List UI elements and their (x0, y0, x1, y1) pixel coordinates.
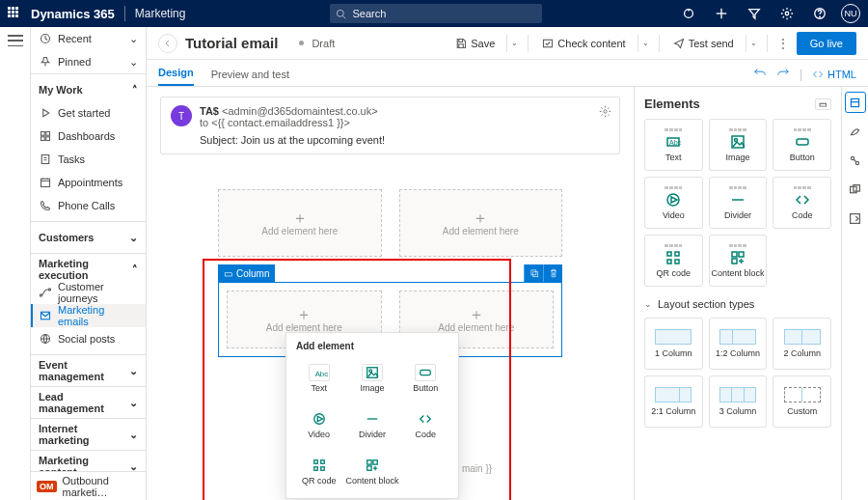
popup-item-video[interactable]: Video (292, 402, 345, 448)
to-label: to (200, 117, 208, 128)
page-title: Tutorial email (185, 35, 278, 51)
gear-icon[interactable] (599, 105, 611, 120)
check-split[interactable]: ⌄ (637, 35, 649, 52)
layout-1-2col[interactable]: 1:2 Column (709, 318, 768, 370)
add-icon[interactable] (710, 2, 733, 25)
popup-item-text[interactable]: AbcText (292, 355, 345, 402)
nav-label: Customer journeys (58, 281, 138, 304)
tab-preview[interactable]: Preview and test (211, 69, 289, 86)
filter-icon[interactable] (743, 2, 766, 25)
svg-marker-11 (43, 109, 49, 117)
svg-rect-25 (532, 272, 537, 277)
global-search-input[interactable] (350, 7, 536, 20)
toolbox-button[interactable]: Button (773, 119, 831, 171)
nav-recent[interactable]: Recent ⌄ (31, 27, 146, 50)
redo-button[interactable] (776, 66, 790, 82)
nav-section-label: Customers (39, 232, 94, 243)
save-button[interactable]: Save (451, 33, 499, 54)
nav-dashboards[interactable]: Dashboards (31, 125, 146, 148)
rail-styles[interactable] (846, 122, 865, 141)
toolbox-content-block[interactable]: Content block (709, 235, 768, 287)
popup-item-button[interactable]: Button (399, 355, 452, 402)
duplicate-button[interactable] (524, 264, 543, 282)
undo-button[interactable] (753, 66, 767, 82)
area-switcher[interactable]: OM Outbound marketi… ⇅ (31, 471, 147, 500)
hamburger-icon[interactable] (8, 35, 23, 46)
nav-phone-calls[interactable]: Phone Calls (31, 194, 146, 217)
delete-button[interactable] (543, 264, 562, 282)
nav-section-marketing-execution[interactable]: Marketing execution˄ (31, 258, 146, 281)
rail-collapse[interactable] (846, 208, 865, 228)
go-live-button[interactable]: Go live (797, 32, 856, 55)
drop-column[interactable]: ＋Add element here (399, 189, 563, 257)
check-content-button[interactable]: Check content (538, 33, 629, 54)
collapse-rail (0, 27, 31, 500)
toolbox-text[interactable]: AbcText (644, 119, 703, 171)
popup-item-qr[interactable]: QR code (292, 448, 345, 494)
nav-label: Get started (58, 107, 110, 119)
check-label: Check content (557, 38, 625, 49)
user-avatar[interactable]: NU (841, 4, 860, 23)
svg-text:Abc: Abc (314, 370, 328, 378)
toolbox-image[interactable]: Image (709, 119, 768, 171)
nav-section-internet[interactable]: Internet marketing⌄ (31, 423, 146, 446)
tab-design[interactable]: Design (158, 67, 194, 86)
toolbox-qr[interactable]: QR code (644, 235, 703, 287)
brand-label: Dynamics 365 (31, 7, 115, 21)
app-launcher-icon[interactable] (8, 7, 21, 20)
back-button[interactable] (158, 34, 177, 53)
toolbox-video[interactable]: Video (644, 177, 703, 229)
layout-row: ＋Add element here ＋Add element here (218, 189, 562, 257)
nav-section-customers[interactable]: Customers⌄ (31, 226, 146, 249)
global-search[interactable] (330, 4, 542, 23)
plus-icon: ＋ (469, 307, 484, 322)
svg-rect-35 (313, 467, 317, 471)
layout-2-1col[interactable]: 2:1 Column (644, 375, 703, 428)
overflow-button[interactable]: ⋮ (777, 37, 789, 50)
layout-1col[interactable]: 1 Column (644, 318, 703, 370)
toolbox-code[interactable]: Code (773, 177, 831, 229)
nav-tasks[interactable]: Tasks (31, 148, 146, 171)
nav-customer-journeys[interactable]: Customer journeys (31, 281, 146, 304)
svg-rect-37 (367, 460, 371, 464)
drop-hint: Add element here (438, 322, 514, 333)
layout-3col[interactable]: 3 Column (709, 375, 768, 428)
nav-social-posts[interactable]: Social posts (31, 327, 146, 350)
nav-section-event[interactable]: Event management⌄ (31, 359, 146, 382)
save-split[interactable]: ⌄ (506, 35, 518, 52)
chevron-up-icon: ˄ (132, 264, 138, 276)
html-toggle[interactable]: HTML (812, 69, 856, 80)
popup-item-code[interactable]: Code (399, 402, 452, 448)
site-nav: Recent ⌄ Pinned ⌄ My Work ˄ Get started … (31, 27, 147, 500)
rail-links[interactable] (846, 151, 865, 170)
layout-label: 2:1 Column (651, 406, 695, 416)
pin-icon (39, 55, 52, 69)
popup-item-content-block[interactable]: Content block (345, 448, 398, 494)
svg-point-58 (855, 161, 858, 164)
layout-custom[interactable]: Custom (773, 375, 831, 428)
nav-appointments[interactable]: Appointments (31, 171, 146, 194)
nav-pinned[interactable]: Pinned ⌄ (31, 50, 146, 73)
nav-section-mywork[interactable]: My Work ˄ (31, 78, 146, 101)
status-dot (299, 41, 304, 45)
popup-item-image[interactable]: Image (345, 355, 398, 402)
help-icon[interactable] (808, 2, 831, 25)
nav-marketing-emails[interactable]: Marketing emails (31, 304, 146, 327)
drop-column[interactable]: ＋Add element here (218, 189, 382, 257)
main-content: Tutorial email Draft Save ⌄ Check conten… (147, 27, 868, 500)
toolbox-divider[interactable]: Divider (709, 177, 768, 229)
test-send-button[interactable]: Test send (669, 33, 738, 54)
nav-get-started[interactable]: Get started (31, 101, 146, 125)
rail-layers[interactable] (846, 180, 865, 199)
selection-tag[interactable]: ▭ Column (218, 264, 275, 282)
svg-rect-38 (373, 460, 377, 464)
right-rail (841, 87, 868, 500)
layout-2col[interactable]: 2 Column (773, 318, 831, 370)
nav-section-lead[interactable]: Lead management⌄ (31, 391, 146, 414)
layout-section-header[interactable]: ⌄Layout section types (644, 298, 831, 310)
popup-item-divider[interactable]: Divider (345, 402, 398, 448)
assistant-icon[interactable] (677, 2, 700, 25)
settings-icon[interactable] (775, 2, 799, 25)
test-split[interactable]: ⌄ (746, 35, 757, 52)
rail-elements[interactable] (846, 93, 865, 112)
